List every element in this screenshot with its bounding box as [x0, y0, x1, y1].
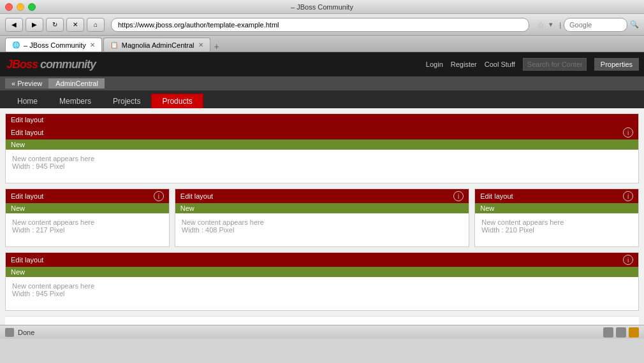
properties-button[interactable]: Properties	[594, 58, 639, 71]
col1-content-placeholder: New content appears here Width : 217 Pix…	[6, 213, 169, 246]
minimize-button[interactable]	[17, 3, 24, 11]
col3-edit-layout-bar[interactable]: Edit layout i	[475, 189, 638, 203]
top-content-placeholder: New content appears here Width : 945 Pix…	[6, 150, 638, 183]
tab-magnolia[interactable]: 📋 Magnolia AdminCentral ✕	[103, 38, 210, 52]
col3-new-bar[interactable]: New	[475, 203, 638, 213]
jboss-page: JBoss community Login Register Cool Stuf…	[0, 52, 644, 325]
tab-close-jboss[interactable]: ✕	[90, 41, 95, 48]
tab-bar: 🌐 – JBoss Community ✕ 📋 Magnolia AdminCe…	[0, 36, 644, 52]
col1-new-label: New	[11, 204, 25, 212]
top-placeholder-width: Width : 945 Pixel	[12, 162, 632, 170]
col2-content-placeholder: New content appears here Width : 408 Pix…	[175, 213, 469, 246]
tab-favicon-magnolia: 📋	[110, 41, 118, 48]
col3-placeholder-text: New content appears here	[481, 218, 632, 226]
col1-block: Edit layout i New New content appears he…	[5, 189, 170, 247]
col1-new-bar[interactable]: New	[6, 203, 169, 213]
refresh-button[interactable]: ↻	[46, 18, 64, 32]
bookmark-icon[interactable]: ☆	[537, 20, 545, 30]
maximize-button[interactable]	[28, 3, 36, 11]
top-edit-layout-label: Edit layout	[11, 116, 43, 124]
status-icon-1	[603, 327, 613, 338]
admin-central-button[interactable]: AdminCentral	[49, 78, 105, 89]
bottom-placeholder-width: Width : 945 Pixel	[12, 290, 632, 297]
forward-button[interactable]: ▶	[26, 18, 43, 32]
status-icon-2	[616, 327, 626, 338]
admin-bar: « Preview AdminCentral	[0, 76, 644, 90]
close-button[interactable]	[5, 3, 13, 11]
col1-placeholder-text: New content appears here	[12, 218, 163, 226]
bottom-section: Edit layout i New New content appears he…	[5, 252, 639, 311]
status-favicon	[5, 328, 14, 337]
footer-careers-link[interactable]: Careers	[302, 324, 327, 325]
back-button[interactable]: ◀	[5, 18, 23, 32]
jboss-main-content: Edit layout Edit layout i New New conten…	[0, 108, 644, 325]
col2-block: Edit layout i New New content appears he…	[175, 189, 469, 247]
bottom-new-label: New	[11, 268, 25, 276]
col1-placeholder-width: Width : 217 Pixel	[12, 226, 163, 234]
new-tab-button[interactable]: +	[214, 41, 219, 52]
col3-info-icon[interactable]: i	[623, 191, 633, 201]
status-icons	[603, 327, 639, 338]
col2-edit-layout-label: Edit layout	[180, 192, 213, 200]
register-link[interactable]: Register	[451, 60, 477, 68]
col1-edit-layout-label: Edit layout	[11, 192, 43, 200]
bottom-info-icon[interactable]: i	[623, 255, 633, 265]
window-controls[interactable]	[5, 3, 36, 11]
status-label: Done	[18, 329, 34, 336]
search-input[interactable]	[564, 18, 627, 32]
jboss-footer: About Us | Contact Us | Careers | JBoss …	[5, 316, 639, 325]
footer-contact-link[interactable]: Contact Us	[261, 324, 296, 325]
col2-edit-layout-bar[interactable]: Edit layout i	[175, 189, 469, 203]
home-button[interactable]: ⌂	[87, 18, 105, 32]
col3-edit-layout-label: Edit layout	[480, 192, 513, 200]
cool-stuff-link[interactable]: Cool Stuff	[485, 60, 515, 68]
top-new-label: New	[11, 141, 25, 148]
bottom-content-placeholder: New content appears here Width : 945 Pix…	[6, 277, 638, 310]
footer-about-link[interactable]: About Us	[227, 324, 256, 325]
stop-button[interactable]: ✕	[66, 18, 84, 32]
col3-content-placeholder: New content appears here Width : 210 Pix…	[475, 213, 638, 246]
col3-placeholder-width: Width : 210 Pixel	[481, 226, 632, 234]
tab-close-magnolia[interactable]: ✕	[198, 41, 203, 48]
status-left: Done	[5, 328, 34, 337]
tab-label-magnolia: Magnolia AdminCentral	[122, 41, 194, 49]
nav-tab-projects[interactable]: Projects	[102, 94, 151, 108]
nav-tab-members[interactable]: Members	[48, 94, 102, 108]
nav-tab-products[interactable]: Products	[151, 94, 203, 108]
top-section-inner: Edit layout i New New content appears he…	[6, 125, 638, 183]
bottom-edit-layout-label: Edit layout	[11, 256, 43, 264]
logo-sub: community	[40, 58, 96, 71]
tab-jboss[interactable]: 🌐 – JBoss Community ✕	[5, 38, 102, 52]
bottom-edit-layout-bar[interactable]: Edit layout i	[6, 253, 638, 267]
col2-info-icon[interactable]: i	[453, 191, 464, 201]
top-edit-layout-bar[interactable]: Edit layout	[6, 114, 638, 125]
top-section-outer: Edit layout Edit layout i New New conten…	[5, 113, 639, 183]
top-inner-edit-layout-label: Edit layout	[11, 129, 43, 136]
separator: ▾	[549, 20, 553, 29]
info-icon[interactable]: i	[623, 127, 633, 138]
window-chrome: – JBoss Community	[0, 0, 644, 14]
col2-new-bar[interactable]: New	[175, 203, 469, 213]
footer-redhat-link[interactable]: Red Hat	[392, 324, 417, 325]
tab-favicon-jboss: 🌐	[12, 41, 20, 48]
jboss-header: JBoss community Login Register Cool Stuf…	[0, 52, 644, 76]
col2-placeholder-width: Width : 408 Pixel	[182, 226, 462, 234]
col1-edit-layout-bar[interactable]: Edit layout i	[6, 189, 169, 203]
nav-tab-home[interactable]: Home	[6, 94, 48, 108]
top-new-bar[interactable]: New	[6, 139, 638, 150]
col1-info-icon[interactable]: i	[154, 191, 164, 201]
bottom-placeholder-text: New content appears here	[12, 282, 632, 290]
address-bar[interactable]	[111, 18, 529, 32]
search-icon: 🔍	[630, 20, 639, 29]
window-title: – JBoss Community	[291, 3, 353, 11]
col3-block: Edit layout i New New content appears he…	[474, 189, 639, 247]
preview-button[interactable]: « Preview	[5, 78, 49, 89]
footer-enterprise-link[interactable]: JBoss Enterprise	[333, 324, 386, 325]
top-placeholder-text: New content appears here	[12, 155, 632, 162]
login-link[interactable]: Login	[426, 60, 443, 68]
col3-new-label: New	[480, 204, 494, 212]
bottom-new-bar[interactable]: New	[6, 267, 638, 277]
col2-new-label: New	[180, 204, 194, 212]
header-search-input[interactable]	[523, 58, 587, 71]
top-inner-edit-layout-bar[interactable]: Edit layout i	[6, 125, 638, 139]
